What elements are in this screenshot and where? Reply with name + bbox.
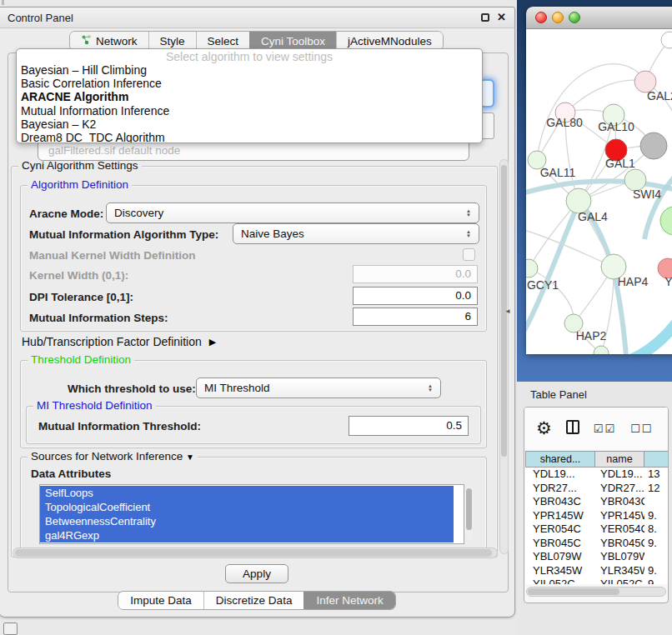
tab-cyni-toolbox[interactable]: Cyni Toolbox <box>249 32 336 50</box>
settings-hscrollbar[interactable] <box>13 548 498 558</box>
network-node[interactable] <box>660 207 672 235</box>
combo-value: Discovery <box>114 207 163 219</box>
tab-discretize-data[interactable]: Discretize Data <box>203 592 304 609</box>
column-header-partial[interactable] <box>644 451 669 468</box>
spinner-icon: ▲▼ <box>466 209 471 218</box>
table-toolbar: ⚙ ☑☑ ☐☐ <box>524 408 668 449</box>
tab-infer-network[interactable]: Infer Network <box>303 592 394 609</box>
table-row[interactable]: YBR043CYBR043C <box>525 495 669 509</box>
columns-glyph <box>566 420 579 434</box>
hub-definition-toggle[interactable]: Hub/Transcription Factor Definition ▶ <box>22 335 216 348</box>
combo-value: Naive Bayes <box>241 228 304 240</box>
table-cell <box>644 550 669 564</box>
algorithm-option[interactable]: Basic Correlation Inference <box>17 77 482 90</box>
node-label: Y <box>664 275 672 288</box>
spinner-icon: ▲▼ <box>428 384 433 392</box>
network-edge[interactable] <box>537 64 645 160</box>
algorithm-option[interactable]: Dream8 DC_TDC Algorithm <box>17 131 482 143</box>
select-all-checkboxes-icon[interactable]: ☑☑ <box>594 422 616 435</box>
mi-type-label: Mutual Information Algorithm Type: <box>29 228 218 241</box>
group-title: MI Threshold Definition <box>33 399 156 412</box>
scroll-thumb[interactable] <box>528 588 619 595</box>
aracne-mode-combo[interactable]: Discovery ▲▼ <box>106 202 479 223</box>
table-row[interactable]: YDL19...YDL19...13 <box>525 468 669 482</box>
network-node[interactable] <box>640 132 667 159</box>
collapse-panel-arrow-icon[interactable]: ◄ <box>504 308 511 315</box>
dpi-tolerance-field[interactable]: 0.0 <box>353 287 478 305</box>
expand-down-arrow-icon: ▼ <box>186 452 194 462</box>
which-threshold-combo[interactable]: MI Threshold ▲▼ <box>196 378 441 398</box>
close-icon[interactable]: ✕ <box>497 13 506 22</box>
deselect-all-checkboxes-icon[interactable]: ☐☐ <box>630 422 653 435</box>
mi-threshold-label: Mutual Information Threshold: <box>38 420 201 432</box>
table-row[interactable]: YLR345WYLR345W9. <box>525 564 669 578</box>
algorithm-option[interactable]: Bayesian – Hill Climbing <box>17 63 482 77</box>
mi-threshold-field[interactable]: 0.5 <box>349 416 469 436</box>
apply-button[interactable]: Apply <box>225 564 288 583</box>
cyni-algorithm-settings-group: Cyni Algorithm Settings Algorithm Defini… <box>11 166 498 558</box>
minimized-panel-icon[interactable] <box>3 622 18 635</box>
table-hscrollbar[interactable] <box>526 587 666 597</box>
table-cell: YBR045C <box>525 537 595 551</box>
algorithm-option-selected[interactable]: ARACNE Algorithm <box>17 90 482 103</box>
mi-steps-label: Mutual Information Steps: <box>29 312 168 324</box>
column-header-name[interactable]: name <box>595 451 644 468</box>
combo-value: galFiltered.sif default node <box>48 144 180 157</box>
table-row[interactable]: YDR27...YDR27...12 <box>525 482 669 496</box>
gear-icon[interactable]: ⚙ <box>536 420 552 437</box>
network-node[interactable] <box>661 32 672 48</box>
column-header-shared-name[interactable]: shared... <box>525 451 595 468</box>
table-cell: 9. <box>644 564 669 578</box>
list-scrollbar[interactable] <box>465 487 473 540</box>
node-label: GCY1 <box>527 278 559 292</box>
data-attributes-label: Data Attributes <box>31 468 111 480</box>
network-node[interactable] <box>594 346 609 354</box>
tab-label: Cyni Toolbox <box>261 35 325 48</box>
control-panel-window: Control Panel ✕ Network Style Select Cyn… <box>0 7 515 618</box>
data-attributes-list[interactable]: SelfLoopsTopologicalCoefficientBetweenne… <box>39 484 464 544</box>
columns-icon[interactable] <box>566 420 579 438</box>
node-label: GAL80 <box>546 116 583 129</box>
manual-kernel-checkbox[interactable] <box>463 248 475 261</box>
network-window-titlebar[interactable] <box>526 7 672 29</box>
table-row[interactable]: YPR145WYPR145W9. <box>525 509 669 523</box>
zoom-traffic-light-icon[interactable] <box>569 12 580 23</box>
table-row[interactable]: YBR045CYBR045C9. <box>525 537 669 551</box>
tab-label: Style <box>160 35 185 48</box>
attribute-item[interactable]: BetweennessCentrality <box>40 514 454 528</box>
bottom-tab-strip: Impute Data Discretize Data Infer Networ… <box>0 591 514 610</box>
table-panel-area: Table Panel ⚙ ☑☑ ☐☐ shared... name YDL19… <box>517 382 672 635</box>
table-cell: YER054C <box>595 522 644 537</box>
tab-impute-data[interactable]: Impute Data <box>118 592 203 609</box>
table-cell: YER054C <box>525 522 595 537</box>
tab-style[interactable]: Style <box>148 32 196 50</box>
node-label: HAP4 <box>618 275 649 288</box>
table-row[interactable]: YIL052CYIL052C9 <box>525 578 669 584</box>
attribute-item[interactable]: gal4RGexp <box>40 528 454 542</box>
kernel-width-label: Kernel Width (0,1): <box>29 269 128 282</box>
sources-group: Sources for Network Inference ▼ Data Att… <box>20 457 487 550</box>
table-rows: YDL19...YDL19...13YDR27...YDR27...12YBR0… <box>525 468 669 584</box>
float-window-icon[interactable] <box>481 13 489 22</box>
attribute-item[interactable]: TopologicalCoefficient <box>40 500 454 514</box>
tab-jactivemnodules[interactable]: jActiveMNodules <box>336 32 443 50</box>
settings-scrollbar[interactable] <box>499 159 509 554</box>
algorithm-option[interactable]: Bayesian – K2 <box>17 118 482 131</box>
scroll-thumb[interactable] <box>466 488 472 530</box>
algorithm-option[interactable]: Mutual Information Inference <box>17 104 482 118</box>
sources-toggle[interactable]: Sources for Network Inference ▼ <box>28 450 198 462</box>
attribute-item[interactable]: SelfLoops <box>40 486 454 500</box>
table-row[interactable]: YBL079WYBL079W <box>525 550 669 564</box>
network-canvas[interactable]: GAL2GAL80GAL10GAL1GAL11SWI4GAL4GCY1HAP4Y… <box>526 29 672 354</box>
edge-artifact <box>2 0 4 5</box>
minimize-traffic-light-icon[interactable] <box>552 12 564 23</box>
close-traffic-light-icon[interactable] <box>535 12 547 23</box>
scroll-thumb[interactable] <box>15 549 492 557</box>
mi-steps-field[interactable]: 6 <box>353 308 478 326</box>
table-row[interactable]: YER054CYER054C8. <box>525 522 669 537</box>
network-node[interactable] <box>526 259 538 278</box>
tab-network[interactable]: Network <box>70 32 148 50</box>
mi-algorithm-type-combo[interactable]: Naive Bayes ▲▼ <box>233 223 479 244</box>
tab-select[interactable]: Select <box>196 32 250 50</box>
table-cell: 13 <box>644 468 669 482</box>
